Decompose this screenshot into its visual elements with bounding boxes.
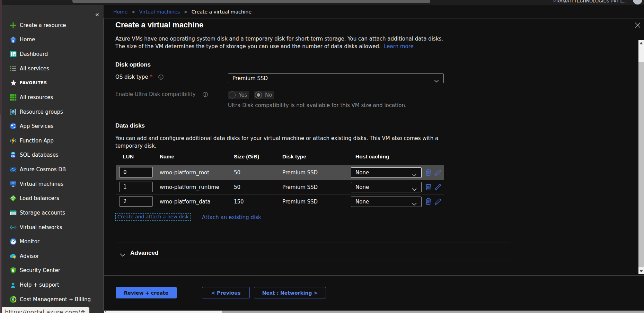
advanced-expander-chevron-icon[interactable] bbox=[120, 251, 125, 254]
sidebar-item-storage-accounts[interactable]: Storage accounts bbox=[2, 206, 104, 220]
sidebar-item-cost-management[interactable]: $ Cost Management + Billing bbox=[2, 292, 104, 307]
edit-disk-icon[interactable] bbox=[434, 198, 442, 206]
dashboard-icon bbox=[10, 51, 17, 58]
scroll-up-arrow-icon[interactable] bbox=[639, 42, 643, 44]
edit-disk-icon[interactable] bbox=[434, 183, 442, 191]
learn-more-link[interactable]: Learn more bbox=[384, 43, 414, 50]
sidebar-item-virtual-networks[interactable]: Virtual networks bbox=[2, 220, 104, 235]
tenant-name: PRAMATI TECHNOLOGIES PVT L... bbox=[554, 0, 627, 3]
sidebar-item-home[interactable]: Home bbox=[2, 33, 104, 47]
sidebar-item-label: Storage accounts bbox=[20, 210, 65, 216]
ultra-disk-no-radio[interactable]: No bbox=[254, 91, 274, 99]
sidebar-collapse-button[interactable]: « bbox=[95, 11, 99, 18]
sidebar-item-help-support[interactable]: Help + support bbox=[2, 278, 104, 292]
scroll-down-arrow-icon[interactable] bbox=[639, 270, 643, 272]
window-edge-strip-lower bbox=[0, 114, 1, 313]
breadcrumb-bar: Home > Virtual machines > Create a virtu… bbox=[104, 5, 644, 18]
sidebar-item-virtual-machines[interactable]: Virtual machines bbox=[2, 177, 104, 191]
sidebar-item-function-app[interactable]: Function App bbox=[2, 133, 104, 148]
info-icon[interactable] bbox=[158, 75, 164, 80]
horizontal-scrollbar-thumb[interactable] bbox=[222, 311, 644, 313]
chevron-down-icon bbox=[412, 186, 417, 189]
vertical-scrollbar-thumb[interactable] bbox=[638, 62, 644, 267]
sidebar-item-monitor[interactable]: Monitor bbox=[2, 234, 104, 249]
sidebar-item-resource-groups[interactable]: Resource groups bbox=[2, 105, 104, 119]
advisor-icon bbox=[10, 253, 17, 260]
ultra-disk-yes-radio[interactable]: Yes bbox=[228, 91, 249, 99]
intro-line-2: The size of the VM determines the type o… bbox=[115, 43, 503, 50]
sidebar-item-create-a-resource[interactable]: Create a resource bbox=[2, 18, 104, 33]
sidebar-item-load-balancers[interactable]: Load balancers bbox=[2, 191, 104, 206]
sidebar-item-security-center[interactable]: Security Center bbox=[2, 263, 104, 278]
radio-label: Yes bbox=[239, 92, 247, 98]
ultra-disk-label: Enable Ultra Disk compatibility bbox=[115, 91, 196, 97]
radio-circle-selected bbox=[255, 92, 262, 98]
sidebar-item-azure-cosmos-db[interactable]: Azure Cosmos DB bbox=[2, 162, 104, 177]
lun-input[interactable]: 2 bbox=[119, 196, 153, 207]
review-create-button[interactable]: Review + create bbox=[116, 287, 177, 298]
sidebar-item-advisor[interactable]: Advisor bbox=[2, 249, 104, 263]
data-disks-description-line-2: temporary disk. bbox=[115, 142, 562, 150]
all-resources-icon bbox=[10, 94, 17, 101]
lun-input[interactable]: 1 bbox=[119, 182, 153, 192]
disk-size: 50 bbox=[234, 165, 240, 180]
attach-existing-disk-link[interactable]: Attach an existing disk bbox=[202, 214, 261, 220]
chevron-down-icon bbox=[434, 77, 439, 80]
breadcrumb-separator: > bbox=[131, 9, 135, 15]
delete-disk-icon[interactable] bbox=[425, 198, 433, 206]
sidebar-item-all-resources[interactable]: All resources bbox=[2, 90, 104, 105]
sidebar-item-label: Virtual machines bbox=[20, 181, 63, 187]
avatar[interactable] bbox=[633, 0, 642, 5]
lun-input[interactable]: 0 bbox=[119, 167, 153, 177]
data-disk-row: 1 wmo-platform_runtime 50 Premium SSD No… bbox=[116, 180, 444, 194]
svg-text:SQL: SQL bbox=[11, 155, 15, 157]
breadcrumb: Home > Virtual machines > Create a virtu… bbox=[113, 5, 252, 18]
advanced-section-label[interactable]: Advanced bbox=[130, 250, 158, 257]
scroll-left-arrow-icon[interactable] bbox=[105, 311, 106, 312]
intro-line-1: Azure VMs have one operating system disk… bbox=[115, 36, 503, 43]
vertical-scrollbar[interactable] bbox=[638, 40, 644, 274]
sidebar-item-label: All services bbox=[20, 66, 49, 72]
sidebar-item-label: Home bbox=[20, 36, 35, 43]
sidebar-item-dashboard[interactable]: Dashboard bbox=[2, 47, 104, 61]
create-attach-disk-link[interactable]: Create and attach a new disk bbox=[115, 213, 191, 221]
disk-type: Premium SSD bbox=[282, 194, 318, 209]
host-caching-select[interactable]: None bbox=[351, 197, 422, 207]
breadcrumb-virtual-machines-link[interactable]: Virtual machines bbox=[139, 9, 180, 15]
previous-button[interactable]: < Previous bbox=[202, 287, 250, 298]
info-icon[interactable] bbox=[203, 92, 208, 97]
star-icon bbox=[10, 80, 17, 86]
data-disk-row: 2 wmo-platform_data 150 Premium SSD None bbox=[116, 194, 444, 209]
divider bbox=[117, 261, 510, 261]
help-support-icon bbox=[10, 281, 17, 288]
azure-portal-window: PRAMATI TECHNOLOGIES PVT L... « Create a… bbox=[0, 0, 644, 313]
delete-disk-icon[interactable] bbox=[425, 183, 433, 191]
cost-management-icon: $ bbox=[10, 296, 17, 303]
sidebar-item-app-services[interactable]: App Services bbox=[2, 119, 104, 133]
horizontal-scrollbar[interactable] bbox=[104, 311, 644, 313]
favorites-label: FAVORITES bbox=[20, 80, 47, 85]
radio-label: No bbox=[265, 92, 272, 98]
virtual-machines-icon bbox=[10, 181, 17, 188]
host-caching-select[interactable]: None bbox=[351, 167, 422, 178]
next-networking-button[interactable]: Next : Networking > bbox=[254, 287, 326, 298]
delete-disk-icon[interactable] bbox=[425, 169, 433, 176]
sidebar-item-label: Virtual networks bbox=[20, 224, 62, 231]
os-disk-type-label: OS disk type* bbox=[115, 74, 152, 80]
column-header-size: Size (GiB) bbox=[234, 154, 259, 160]
close-icon[interactable] bbox=[635, 22, 641, 28]
sidebar-item-label: All resources bbox=[20, 94, 53, 101]
disk-size: 150 bbox=[234, 194, 244, 209]
create-resource-icon bbox=[10, 22, 17, 29]
edit-disk-icon[interactable] bbox=[434, 169, 442, 176]
host-caching-select[interactable]: None bbox=[351, 182, 422, 192]
breadcrumb-home-link[interactable]: Home bbox=[113, 9, 127, 15]
sidebar-item-label: Dashboard bbox=[20, 51, 48, 57]
os-disk-type-select[interactable]: Premium SSD bbox=[228, 73, 444, 83]
sidebar-item-sql-databases[interactable]: SQL SQL databases bbox=[2, 148, 104, 163]
create-vm-blade: Create a virtual machine Azure VMs have … bbox=[104, 18, 644, 311]
sidebar-item-label: Create a resource bbox=[20, 22, 66, 28]
chevron-down-icon bbox=[412, 171, 417, 174]
global-search-input[interactable] bbox=[72, 0, 430, 3]
sidebar-item-all-services[interactable]: All services bbox=[2, 61, 104, 76]
